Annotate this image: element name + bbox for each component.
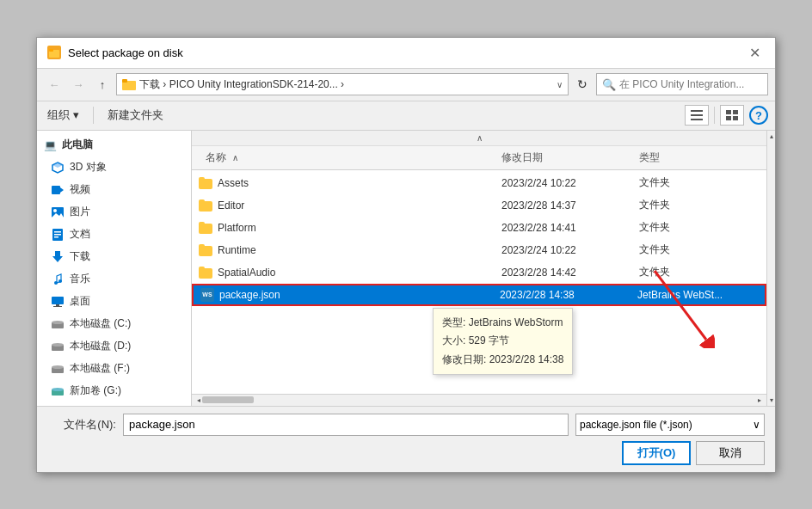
col-header-type[interactable]: 类型 (639, 150, 760, 165)
svg-marker-23 (52, 256, 63, 262)
breadcrumb-chevron-icon: ∨ (557, 80, 563, 89)
file-date-spatialaudio: 2023/2/28 14:42 (501, 267, 639, 279)
search-box[interactable]: 🔍 (596, 73, 768, 95)
search-input[interactable] (619, 78, 762, 90)
sidebar-item-desktop[interactable]: 桌面 (37, 291, 191, 313)
scroll-thumb-h[interactable] (202, 396, 254, 403)
close-button[interactable]: ✕ (744, 42, 765, 63)
col-header-name[interactable]: 名称 ∧ (199, 150, 501, 165)
svg-rect-8 (733, 110, 738, 114)
red-arrow-indicator (646, 262, 715, 351)
refresh-button[interactable]: ↻ (572, 74, 593, 95)
svg-rect-21 (54, 236, 58, 238)
file-date-editor: 2023/2/28 14:37 (501, 199, 639, 212)
organize-button[interactable]: 组织 ▾ (44, 106, 83, 125)
file-name-assets: Assets (199, 177, 501, 189)
svg-point-24 (54, 281, 58, 285)
filetype-select[interactable]: package.json file (*.json) ∨ (575, 414, 765, 436)
toolbar-sep2 (714, 107, 715, 124)
col-header-date[interactable]: 修改日期 (501, 150, 639, 165)
sidebar-item-drive-d[interactable]: 本地磁盘 (D:) (37, 335, 191, 358)
svg-rect-5 (691, 114, 703, 116)
svg-rect-28 (53, 306, 62, 307)
sidebar-item-pc[interactable]: 💻 此电脑 (37, 134, 191, 156)
sidebar-item-drive-f[interactable]: 本地磁盘 (F:) (37, 358, 191, 380)
filetype-chevron-icon: ∨ (753, 419, 760, 431)
svg-point-32 (52, 343, 64, 346)
svg-rect-3 (122, 79, 127, 83)
svg-rect-10 (733, 116, 738, 120)
title-bar: Select package on disk ✕ (37, 38, 775, 69)
folder-icon (199, 267, 212, 279)
vertical-scrollbar[interactable]: ▴ ▾ (766, 131, 775, 406)
file-row[interactable]: Editor 2023/2/28 14:37 文件夹 (192, 194, 766, 217)
filename-input[interactable] (123, 414, 569, 436)
file-date-package-json: 2023/2/28 14:38 (500, 289, 637, 301)
folder-icon (122, 78, 136, 90)
sidebar-item-3d[interactable]: 3D 对象 (37, 156, 191, 179)
svg-rect-4 (691, 110, 703, 112)
file-area: ∧ 名称 ∧ 修改日期 类型 (192, 131, 766, 406)
new-folder-button[interactable]: 新建文件夹 (104, 106, 167, 125)
sidebar-item-documents[interactable]: 文档 (37, 224, 191, 246)
folder-icon (199, 222, 212, 234)
file-type-platform: 文件夹 (639, 220, 760, 235)
sidebar-item-downloads[interactable]: 下载 (37, 246, 191, 268)
search-icon: 🔍 (602, 78, 616, 91)
file-name-package-json: WS package.json (200, 288, 500, 302)
svg-rect-20 (54, 234, 61, 236)
open-button[interactable]: 打开(O) (622, 441, 691, 465)
forward-button[interactable]: → (68, 74, 89, 95)
music-icon (51, 273, 65, 286)
drive-c-icon (51, 317, 65, 331)
svg-point-16 (53, 209, 57, 212)
file-list: Assets 2023/2/24 10:22 文件夹 Editor 2023/2… (192, 170, 766, 394)
scroll-left-button[interactable]: ◂ (195, 395, 202, 406)
tooltip-size-label: 大小: (442, 334, 465, 346)
view-list-button[interactable] (685, 105, 709, 126)
tooltip-date-label: 修改日期: (442, 353, 486, 365)
view-tiles-button[interactable] (720, 105, 744, 126)
scroll-up-button[interactable]: ∧ (192, 131, 766, 146)
sidebar-item-music[interactable]: 音乐 (37, 268, 191, 291)
file-name-runtime: Runtime (199, 244, 501, 256)
dialog-icon (47, 46, 61, 59)
toolbar-right: ? (685, 105, 768, 126)
svg-rect-26 (52, 297, 64, 304)
file-type-runtime: 文件夹 (639, 242, 760, 257)
tooltip-size-value: 529 字节 (469, 334, 509, 346)
back-button[interactable]: ← (44, 74, 65, 95)
horizontal-scrollbar[interactable]: ◂ ▸ (192, 394, 766, 406)
scroll-right-button[interactable]: ▸ (756, 395, 763, 406)
svg-rect-19 (54, 231, 61, 233)
buttons-row: 打开(O) 取消 (47, 441, 765, 465)
dialog-title: Select package on disk (68, 46, 183, 59)
tooltip-type-value: JetBrains WebStorm (469, 316, 563, 328)
breadcrumb[interactable]: 下载 › PICO Unity IntegrationSDK-214-20...… (116, 73, 569, 95)
svg-rect-6 (691, 119, 703, 120)
sort-icon: ∧ (232, 153, 238, 163)
downloads-icon (51, 250, 65, 264)
view-tiles-icon (726, 110, 738, 120)
file-name-editor: Editor (199, 199, 501, 212)
file-row[interactable]: Platform 2023/2/28 14:41 文件夹 (192, 217, 766, 239)
file-row[interactable]: Runtime 2023/2/24 10:22 文件夹 (192, 239, 766, 261)
svg-marker-12 (52, 163, 63, 168)
file-row[interactable]: Assets 2023/2/24 10:22 文件夹 (192, 172, 766, 194)
up-button[interactable]: ↑ (92, 74, 113, 95)
help-button[interactable]: ? (749, 106, 768, 125)
sidebar-item-drive-g[interactable]: 新加卷 (G:) (37, 380, 191, 402)
svg-marker-14 (60, 187, 64, 193)
scroll-down-arrow[interactable]: ▾ (768, 395, 775, 406)
cancel-button[interactable]: 取消 (696, 441, 765, 465)
video-icon (51, 183, 65, 197)
svg-line-38 (655, 271, 706, 340)
scroll-up-arrow[interactable]: ▴ (768, 131, 775, 142)
sidebar-item-pictures[interactable]: 图片 (37, 201, 191, 224)
file-list-header: 名称 ∧ 修改日期 类型 (192, 146, 766, 170)
svg-point-30 (52, 321, 64, 324)
sidebar-item-drive-c[interactable]: 本地磁盘 (C:) (37, 313, 191, 335)
sidebar-item-video[interactable]: 视频 (37, 179, 191, 201)
desktop-icon (51, 295, 65, 309)
main-content: 💻 此电脑 3D 对象 视频 图片 (37, 131, 775, 406)
